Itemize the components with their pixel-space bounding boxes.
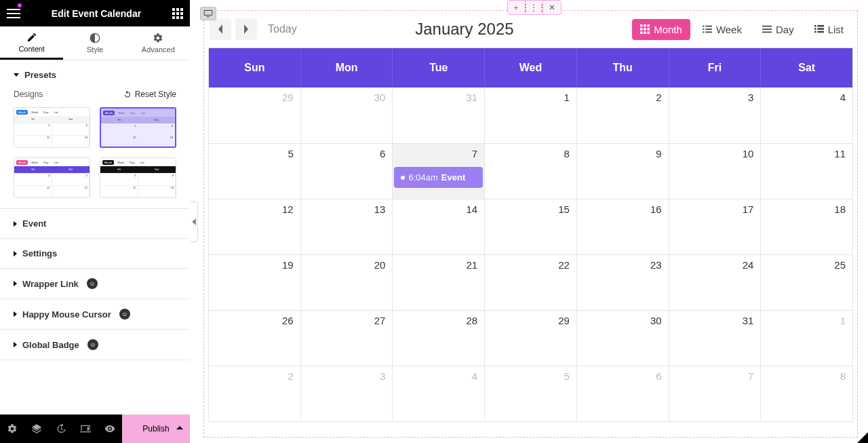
calendar-date-number: 8 <box>564 148 570 159</box>
calendar-date-number: 26 <box>282 315 294 326</box>
section-happy-mouse-header[interactable]: Happy Mouse Cursor ☺ <box>0 299 190 329</box>
footer-preview-button[interactable] <box>98 415 122 443</box>
calendar-day-cell[interactable]: 31 <box>669 311 762 366</box>
calendar-day-cell[interactable]: 7 <box>669 366 762 421</box>
calendar-day-cell[interactable]: 76:04amEvent <box>393 144 485 199</box>
widget-drag-handle[interactable]: ⋮⋮⋮ <box>526 1 543 14</box>
calendar-day-cell[interactable]: 31 <box>393 88 485 143</box>
preset-4[interactable]: MonthWeekDayList FriSat 561213 <box>100 157 176 198</box>
tab-style[interactable]: Style <box>63 26 126 60</box>
resize-handle-icon[interactable] <box>857 432 868 443</box>
calendar-day-cell[interactable]: 25 <box>761 255 852 310</box>
calendar-day-cell[interactable]: 4 <box>761 88 852 143</box>
calendar-day-cell[interactable]: 27 <box>301 311 393 366</box>
section-event-header[interactable]: Event <box>0 209 190 238</box>
calendar-date-number: 6 <box>380 148 385 159</box>
view-week-button[interactable]: Week <box>694 19 750 40</box>
calendar-day-cell[interactable]: 6 <box>577 366 669 421</box>
calendar-day-cell[interactable]: 18 <box>761 199 852 254</box>
calendar-date-number: 2 <box>656 92 661 103</box>
view-day-label: Day <box>776 24 794 35</box>
calendar-day-cell[interactable]: 29 <box>485 311 577 366</box>
calendar-day-cell[interactable]: 6 <box>301 144 393 199</box>
calendar-event[interactable]: 6:04amEvent <box>394 167 483 188</box>
calendar-day-header: Wed <box>485 48 577 88</box>
calendar-day-cell[interactable]: 30 <box>577 311 669 366</box>
apps-grid-icon[interactable] <box>172 8 183 19</box>
view-list-button[interactable]: List <box>806 19 852 40</box>
calendar-day-cell[interactable]: 29 <box>209 88 301 143</box>
calendar-day-cell[interactable]: 11 <box>761 144 852 199</box>
calendar-next-button[interactable] <box>235 18 257 40</box>
tab-content[interactable]: Content <box>0 26 63 60</box>
calendar-date-number: 28 <box>466 315 477 326</box>
caret-up-icon[interactable] <box>176 424 183 434</box>
calendar-day-cell[interactable]: 16 <box>577 199 669 254</box>
calendar-day-cell[interactable]: 26 <box>209 311 301 366</box>
svg-rect-8 <box>180 16 183 19</box>
svg-rect-16 <box>648 28 650 31</box>
editor-canvas: ＋ ⋮⋮⋮ ✕ Today January 2025 Month Week <box>200 0 868 443</box>
svg-rect-20 <box>703 26 705 27</box>
section-settings-header[interactable]: Settings <box>0 239 190 268</box>
svg-rect-12 <box>644 24 646 27</box>
tab-advanced-label: Advanced <box>142 45 175 54</box>
calendar-day-cell[interactable]: 20 <box>301 255 393 310</box>
section-presets-header[interactable]: Presets <box>0 60 190 90</box>
view-month-button[interactable]: Month <box>632 19 690 40</box>
chevron-left-icon <box>192 218 196 225</box>
calendar-today-button[interactable]: Today <box>268 23 297 35</box>
calendar-day-cell[interactable]: 24 <box>669 255 762 310</box>
calendar-date-number: 19 <box>282 259 294 271</box>
calendar-day-cell[interactable]: 10 <box>669 144 762 199</box>
calendar-day-cell[interactable]: 17 <box>669 199 762 254</box>
svg-rect-10 <box>204 10 212 15</box>
calendar-day-cell[interactable]: 21 <box>393 255 485 310</box>
sidebar-collapse-handle[interactable] <box>190 201 198 242</box>
calendar-day-cell[interactable]: 9 <box>577 144 669 199</box>
calendar-day-cell[interactable]: 28 <box>393 311 485 366</box>
sidebar-title: Edit Event Calendar <box>20 8 172 19</box>
calendar-day-cell[interactable]: 2 <box>209 366 301 421</box>
calendar-day-cell[interactable]: 5 <box>209 144 301 199</box>
calendar-day-cell[interactable]: 19 <box>209 255 301 310</box>
calendar-day-cell[interactable]: 3 <box>301 366 393 421</box>
footer-history-button[interactable] <box>49 415 73 443</box>
footer-settings-button[interactable] <box>0 415 24 443</box>
section-wrapper-link-header[interactable]: Wrapper Link ☺ <box>0 269 190 298</box>
calendar-date-number: 14 <box>466 204 477 215</box>
section-global-badge-header[interactable]: Global Badge ☺ <box>0 330 190 360</box>
view-day-button[interactable]: Day <box>754 19 802 40</box>
calendar-day-cell[interactable]: 3 <box>669 88 762 143</box>
calendar-day-cell[interactable]: 1 <box>485 88 577 143</box>
calendar-day-cell[interactable]: 23 <box>577 255 669 310</box>
svg-rect-2 <box>180 8 183 11</box>
calendar-day-cell[interactable]: 14 <box>393 199 485 254</box>
calendar-day-cell[interactable]: 2 <box>577 88 669 143</box>
event-calendar-widget[interactable]: Today January 2025 Month Week Day <box>203 10 858 438</box>
tab-advanced[interactable]: Advanced <box>127 26 190 60</box>
widget-close-button[interactable]: ✕ <box>543 1 561 14</box>
preset-1[interactable]: MonthWeekDayList FriSat 561213 <box>14 107 90 148</box>
calendar-day-cell[interactable]: 8 <box>485 144 577 199</box>
device-desktop-badge[interactable] <box>200 7 216 20</box>
footer-responsive-button[interactable] <box>73 415 98 443</box>
reset-style-button[interactable]: Reset Style <box>123 90 176 99</box>
calendar-day-cell[interactable]: 13 <box>301 199 393 254</box>
calendar-day-cell[interactable]: 12 <box>209 199 301 254</box>
preset-2[interactable]: MonthWeekDayList FriSat 561213 <box>100 107 176 148</box>
calendar-day-cell[interactable]: 1 <box>761 311 852 366</box>
publish-button[interactable]: Publish <box>122 415 190 443</box>
calendar-day-cell[interactable]: 30 <box>301 88 393 143</box>
svg-rect-1 <box>176 8 179 11</box>
calendar-day-cell[interactable]: 5 <box>485 366 577 421</box>
calendar-day-cell[interactable]: 4 <box>393 366 485 421</box>
calendar-prev-button[interactable] <box>210 18 231 40</box>
footer-navigator-button[interactable] <box>24 415 49 443</box>
calendar-day-cell[interactable]: 15 <box>485 199 577 254</box>
preset-3[interactable]: MonthWeekDayList FriSat 451112 <box>14 157 90 198</box>
undo-icon <box>123 90 132 98</box>
calendar-day-cell[interactable]: 8 <box>761 366 852 421</box>
calendar-day-cell[interactable]: 22 <box>485 255 577 310</box>
hamburger-icon[interactable] <box>7 9 20 18</box>
